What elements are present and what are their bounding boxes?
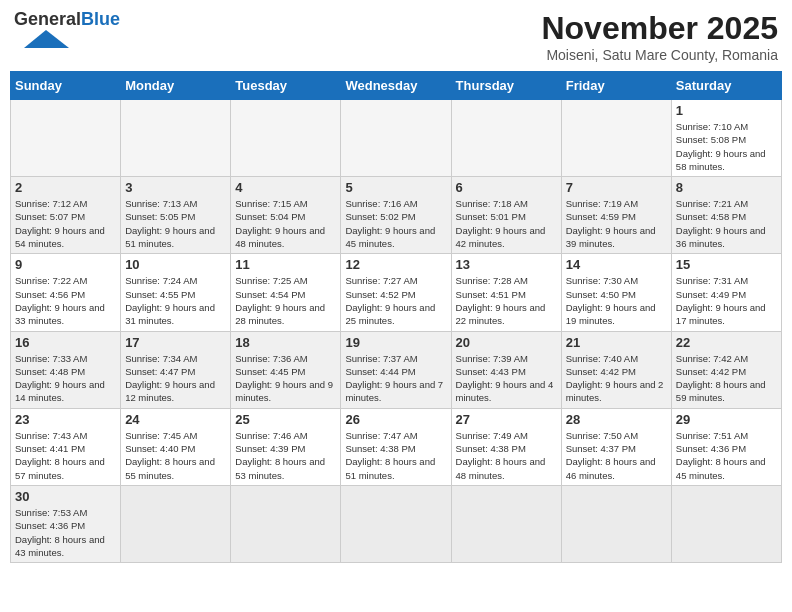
calendar-cell-week6-day5 [451, 485, 561, 562]
calendar-cell-week2-day2: 3Sunrise: 7:13 AM Sunset: 5:05 PM Daylig… [121, 177, 231, 254]
calendar-cell-week4-day1: 16Sunrise: 7:33 AM Sunset: 4:48 PM Dayli… [11, 331, 121, 408]
header: General Blue November 2025 Moiseni, Satu… [10, 10, 782, 63]
day-info: Sunrise: 7:51 AM Sunset: 4:36 PM Dayligh… [676, 429, 777, 482]
day-number: 28 [566, 412, 667, 427]
day-number: 25 [235, 412, 336, 427]
calendar-cell-week1-day1 [11, 100, 121, 177]
calendar-cell-week2-day3: 4Sunrise: 7:15 AM Sunset: 5:04 PM Daylig… [231, 177, 341, 254]
calendar-cell-week6-day7 [671, 485, 781, 562]
day-number: 5 [345, 180, 446, 195]
day-number: 21 [566, 335, 667, 350]
calendar-cell-week5-day3: 25Sunrise: 7:46 AM Sunset: 4:39 PM Dayli… [231, 408, 341, 485]
day-number: 12 [345, 257, 446, 272]
calendar-cell-week1-day6 [561, 100, 671, 177]
day-info: Sunrise: 7:10 AM Sunset: 5:08 PM Dayligh… [676, 120, 777, 173]
day-number: 8 [676, 180, 777, 195]
weekday-header-row: SundayMondayTuesdayWednesdayThursdayFrid… [11, 72, 782, 100]
day-info: Sunrise: 7:40 AM Sunset: 4:42 PM Dayligh… [566, 352, 667, 405]
day-number: 19 [345, 335, 446, 350]
day-info: Sunrise: 7:47 AM Sunset: 4:38 PM Dayligh… [345, 429, 446, 482]
calendar-cell-week5-day1: 23Sunrise: 7:43 AM Sunset: 4:41 PM Dayli… [11, 408, 121, 485]
calendar-cell-week3-day5: 13Sunrise: 7:28 AM Sunset: 4:51 PM Dayli… [451, 254, 561, 331]
calendar-cell-week4-day2: 17Sunrise: 7:34 AM Sunset: 4:47 PM Dayli… [121, 331, 231, 408]
weekday-header-friday: Friday [561, 72, 671, 100]
day-info: Sunrise: 7:16 AM Sunset: 5:02 PM Dayligh… [345, 197, 446, 250]
day-info: Sunrise: 7:49 AM Sunset: 4:38 PM Dayligh… [456, 429, 557, 482]
day-info: Sunrise: 7:31 AM Sunset: 4:49 PM Dayligh… [676, 274, 777, 327]
calendar-cell-week3-day2: 10Sunrise: 7:24 AM Sunset: 4:55 PM Dayli… [121, 254, 231, 331]
calendar-cell-week4-day3: 18Sunrise: 7:36 AM Sunset: 4:45 PM Dayli… [231, 331, 341, 408]
calendar-week-row-6: 30Sunrise: 7:53 AM Sunset: 4:36 PM Dayli… [11, 485, 782, 562]
day-info: Sunrise: 7:50 AM Sunset: 4:37 PM Dayligh… [566, 429, 667, 482]
calendar-week-row-5: 23Sunrise: 7:43 AM Sunset: 4:41 PM Dayli… [11, 408, 782, 485]
calendar-cell-week4-day5: 20Sunrise: 7:39 AM Sunset: 4:43 PM Dayli… [451, 331, 561, 408]
day-number: 17 [125, 335, 226, 350]
calendar-cell-week1-day5 [451, 100, 561, 177]
day-info: Sunrise: 7:42 AM Sunset: 4:42 PM Dayligh… [676, 352, 777, 405]
day-info: Sunrise: 7:24 AM Sunset: 4:55 PM Dayligh… [125, 274, 226, 327]
day-info: Sunrise: 7:15 AM Sunset: 5:04 PM Dayligh… [235, 197, 336, 250]
weekday-header-tuesday: Tuesday [231, 72, 341, 100]
day-info: Sunrise: 7:30 AM Sunset: 4:50 PM Dayligh… [566, 274, 667, 327]
calendar-cell-week5-day2: 24Sunrise: 7:45 AM Sunset: 4:40 PM Dayli… [121, 408, 231, 485]
calendar-cell-week2-day5: 6Sunrise: 7:18 AM Sunset: 5:01 PM Daylig… [451, 177, 561, 254]
day-info: Sunrise: 7:34 AM Sunset: 4:47 PM Dayligh… [125, 352, 226, 405]
calendar-cell-week6-day2 [121, 485, 231, 562]
calendar-cell-week1-day7: 1Sunrise: 7:10 AM Sunset: 5:08 PM Daylig… [671, 100, 781, 177]
day-info: Sunrise: 7:18 AM Sunset: 5:01 PM Dayligh… [456, 197, 557, 250]
weekday-header-sunday: Sunday [11, 72, 121, 100]
day-info: Sunrise: 7:39 AM Sunset: 4:43 PM Dayligh… [456, 352, 557, 405]
day-info: Sunrise: 7:36 AM Sunset: 4:45 PM Dayligh… [235, 352, 336, 405]
calendar-week-row-4: 16Sunrise: 7:33 AM Sunset: 4:48 PM Dayli… [11, 331, 782, 408]
day-info: Sunrise: 7:12 AM Sunset: 5:07 PM Dayligh… [15, 197, 116, 250]
calendar-week-row-2: 2Sunrise: 7:12 AM Sunset: 5:07 PM Daylig… [11, 177, 782, 254]
day-number: 27 [456, 412, 557, 427]
calendar-cell-week5-day4: 26Sunrise: 7:47 AM Sunset: 4:38 PM Dayli… [341, 408, 451, 485]
logo-icon [14, 28, 69, 48]
location-subtitle: Moiseni, Satu Mare County, Romania [541, 47, 778, 63]
day-info: Sunrise: 7:21 AM Sunset: 4:58 PM Dayligh… [676, 197, 777, 250]
svg-marker-0 [24, 30, 69, 48]
calendar-cell-week1-day2 [121, 100, 231, 177]
calendar-cell-week3-day3: 11Sunrise: 7:25 AM Sunset: 4:54 PM Dayli… [231, 254, 341, 331]
day-number: 24 [125, 412, 226, 427]
calendar-cell-week4-day4: 19Sunrise: 7:37 AM Sunset: 4:44 PM Dayli… [341, 331, 451, 408]
day-info: Sunrise: 7:19 AM Sunset: 4:59 PM Dayligh… [566, 197, 667, 250]
day-number: 9 [15, 257, 116, 272]
day-info: Sunrise: 7:46 AM Sunset: 4:39 PM Dayligh… [235, 429, 336, 482]
day-number: 14 [566, 257, 667, 272]
calendar-cell-week4-day7: 22Sunrise: 7:42 AM Sunset: 4:42 PM Dayli… [671, 331, 781, 408]
calendar-cell-week6-day1: 30Sunrise: 7:53 AM Sunset: 4:36 PM Dayli… [11, 485, 121, 562]
logo: General Blue [14, 10, 120, 48]
day-number: 7 [566, 180, 667, 195]
day-number: 3 [125, 180, 226, 195]
day-number: 6 [456, 180, 557, 195]
weekday-header-wednesday: Wednesday [341, 72, 451, 100]
weekday-header-thursday: Thursday [451, 72, 561, 100]
calendar-table: SundayMondayTuesdayWednesdayThursdayFrid… [10, 71, 782, 563]
day-number: 13 [456, 257, 557, 272]
calendar-cell-week6-day6 [561, 485, 671, 562]
day-number: 18 [235, 335, 336, 350]
day-number: 22 [676, 335, 777, 350]
day-info: Sunrise: 7:45 AM Sunset: 4:40 PM Dayligh… [125, 429, 226, 482]
calendar-cell-week3-day6: 14Sunrise: 7:30 AM Sunset: 4:50 PM Dayli… [561, 254, 671, 331]
logo-text-general: General [14, 10, 81, 28]
day-number: 20 [456, 335, 557, 350]
calendar-week-row-1: 1Sunrise: 7:10 AM Sunset: 5:08 PM Daylig… [11, 100, 782, 177]
calendar-cell-week3-day4: 12Sunrise: 7:27 AM Sunset: 4:52 PM Dayli… [341, 254, 451, 331]
day-number: 10 [125, 257, 226, 272]
calendar-cell-week4-day6: 21Sunrise: 7:40 AM Sunset: 4:42 PM Dayli… [561, 331, 671, 408]
day-info: Sunrise: 7:28 AM Sunset: 4:51 PM Dayligh… [456, 274, 557, 327]
calendar-cell-week1-day3 [231, 100, 341, 177]
day-number: 29 [676, 412, 777, 427]
calendar-cell-week3-day7: 15Sunrise: 7:31 AM Sunset: 4:49 PM Dayli… [671, 254, 781, 331]
day-number: 2 [15, 180, 116, 195]
calendar-cell-week2-day1: 2Sunrise: 7:12 AM Sunset: 5:07 PM Daylig… [11, 177, 121, 254]
day-number: 4 [235, 180, 336, 195]
calendar-cell-week3-day1: 9Sunrise: 7:22 AM Sunset: 4:56 PM Daylig… [11, 254, 121, 331]
day-info: Sunrise: 7:13 AM Sunset: 5:05 PM Dayligh… [125, 197, 226, 250]
calendar-cell-week2-day6: 7Sunrise: 7:19 AM Sunset: 4:59 PM Daylig… [561, 177, 671, 254]
day-number: 11 [235, 257, 336, 272]
day-number: 26 [345, 412, 446, 427]
